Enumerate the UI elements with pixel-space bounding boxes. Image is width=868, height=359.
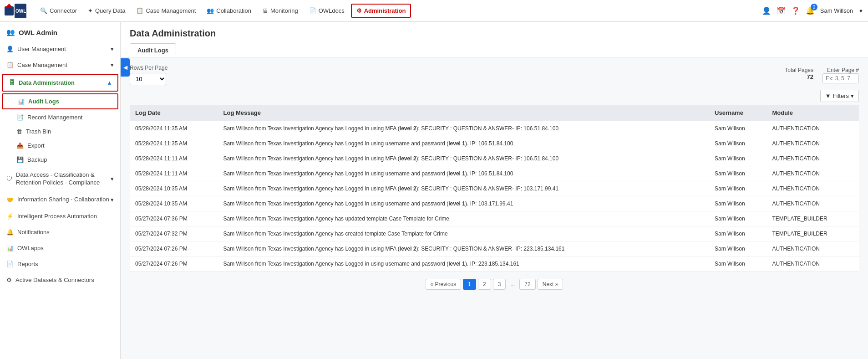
user-mgmt-icon: 👤 (6, 46, 14, 52)
data-admin-icon: 🗄 (9, 79, 15, 86)
sidebar-item-data-access[interactable]: 🛡 Data Access - Classification & Retenti… (0, 167, 120, 191)
nav-monitoring[interactable]: 🖥 Monitoring (258, 5, 303, 17)
sidebar-label-active-datasets: Active Datasets & Connectors (15, 277, 94, 283)
record-mgmt-icon: 📑 (16, 114, 24, 121)
sidebar-label-trash-bin: Trash Bin (26, 128, 51, 135)
col-username: Username (709, 105, 766, 121)
cell-log-date: 05/28/2024 10:35 AM (130, 196, 218, 211)
sidebar-item-user-management[interactable]: 👤 User Management ▾ (0, 41, 120, 57)
sidebar-subitem-backup[interactable]: 💾 Backup (0, 153, 120, 167)
sidebar-item-reports[interactable]: 📄 Reports (0, 256, 120, 272)
cell-log-date: 05/28/2024 11:11 AM (130, 151, 218, 166)
sidebar-label-backup: Backup (27, 156, 47, 163)
table-row: 05/27/2024 07:26 PM Sam Willson from Tex… (130, 256, 859, 272)
cell-module: AUTHENTICATION (767, 136, 859, 151)
audit-logs-table: Log Date Log Message Username Module 05/… (130, 105, 859, 272)
sidebar-item-data-administration[interactable]: 🗄 Data Administration ▴ (2, 74, 118, 92)
datasets-icon: ⚙ (6, 277, 12, 283)
sidebar-label-intelligent-process: Intelligent Process Automation (17, 213, 97, 220)
help-icon[interactable]: ❓ (791, 6, 800, 15)
col-log-message: Log Message (218, 105, 709, 121)
pagination: « Previous 1 2 3 ... 72 Next » (130, 279, 859, 297)
case-mgmt-icon: 📋 (6, 62, 14, 68)
notification-icon[interactable]: 🔔 0 (806, 6, 815, 15)
nav-administration[interactable]: ⚙ Administration (351, 4, 411, 18)
nav-query-data[interactable]: ✦ Query Data (83, 5, 130, 17)
nav-connector[interactable]: 🔍 Connector (36, 5, 81, 17)
sidebar-label-data-access: Data Access - Classification & Retention… (16, 171, 111, 187)
chevron-down-icon-2: ▾ (111, 62, 114, 68)
sidebar-subitem-record-management[interactable]: 📑 Record Management (0, 110, 120, 124)
sidebar-label-reports: Reports (17, 261, 38, 267)
page-3-button[interactable]: 3 (493, 279, 506, 290)
next-page-button[interactable]: Next » (538, 279, 563, 290)
sidebar-item-case-management[interactable]: 📋 Case Management ▾ (0, 57, 120, 73)
sidebar-item-active-datasets[interactable]: ⚙ Active Datasets & Connectors (0, 272, 120, 288)
chevron-down-icon-4: ▾ (111, 196, 114, 203)
page-2-button[interactable]: 2 (478, 279, 491, 290)
sidebar-label-notifications: Notifications (17, 229, 50, 236)
sidebar-collapse-button[interactable]: ◀ (121, 58, 130, 77)
sidebar-label-export: Export (27, 142, 45, 149)
nav-case-management[interactable]: 📋 Case Management (132, 5, 200, 17)
cell-username: Sam Willson (709, 136, 766, 151)
cell-log-date: 05/27/2024 07:36 PM (130, 211, 218, 226)
bell-icon: 🔔 (6, 229, 14, 236)
sidebar-label-data-administration: Data Administration (19, 79, 75, 86)
sidebar-subitem-audit-logs[interactable]: 📊 Audit Logs (2, 93, 118, 109)
prev-page-button[interactable]: « Previous (426, 279, 462, 290)
rows-per-page-select[interactable]: 10 25 50 100 (130, 73, 166, 85)
cell-log-date: 05/28/2024 10:35 AM (130, 181, 218, 196)
tab-audit-logs[interactable]: Audit Logs (130, 43, 176, 57)
case-icon: 📋 (136, 7, 143, 14)
table-row: 05/28/2024 10:35 AM Sam Willson from Tex… (130, 196, 859, 211)
sidebar-item-notifications[interactable]: 🔔 Notifications (0, 224, 120, 240)
query-icon: ✦ (88, 7, 93, 14)
cell-log-message: Sam Willson from Texas Investigation Age… (218, 211, 709, 226)
sidebar-item-owlapps[interactable]: 📊 OWLapps (0, 240, 120, 256)
enter-page-input[interactable] (822, 73, 859, 83)
connector-icon: 🔍 (40, 7, 47, 14)
filter-icon: ▼ (825, 92, 831, 99)
content-area: Rows Per Page 10 25 50 100 Total Pages 7… (121, 57, 868, 304)
profile-icon[interactable]: 👤 (762, 6, 771, 15)
cell-module: AUTHENTICATION (767, 196, 859, 211)
calendar-icon[interactable]: 📅 (777, 6, 786, 15)
cell-log-message: Sam Willson from Texas Investigation Age… (218, 196, 709, 211)
rows-per-page-control: Rows Per Page 10 25 50 100 (130, 65, 168, 85)
page-title: Data Administration (130, 28, 859, 39)
main-header: Data Administration Audit Logs (121, 22, 868, 57)
sidebar-label-record-management: Record Management (27, 114, 82, 121)
sidebar-subitem-export[interactable]: 📤 Export (0, 138, 120, 153)
sidebar-title: OWL Admin (19, 29, 57, 36)
nav-collaboration[interactable]: 👥 Collaboration (202, 5, 256, 17)
sidebar-subitem-trash-bin[interactable]: 🗑 Trash Bin (0, 124, 120, 138)
admin-avatar-icon: 👥 (6, 28, 15, 36)
cell-module: AUTHENTICATION (767, 121, 859, 136)
filters-row: ▼ Filters ▾ (130, 90, 859, 102)
cell-log-message: Sam Willson from Texas Investigation Age… (218, 181, 709, 196)
cell-log-message: Sam Willson from Texas Investigation Age… (218, 136, 709, 151)
sidebar-label-info-sharing: Information Sharing - Collaboration (17, 196, 109, 204)
nav-owldocs[interactable]: 📄 OWLdocs (305, 5, 349, 17)
enter-page-label: Enter Page # (822, 67, 859, 73)
controls-row: Rows Per Page 10 25 50 100 Total Pages 7… (130, 65, 859, 85)
sidebar-item-info-sharing[interactable]: 🤝 Information Sharing - Collaboration ▾ (0, 191, 120, 208)
total-pages-value: 72 (785, 73, 813, 80)
table-row: 05/27/2024 07:32 PM Sam Willson from Tex… (130, 226, 859, 241)
page-72-button[interactable]: 72 (519, 279, 535, 290)
app-logo[interactable]: OWL (5, 3, 26, 19)
user-dropdown-icon[interactable]: ▼ (858, 8, 863, 14)
filters-button[interactable]: ▼ Filters ▾ (820, 90, 859, 102)
cell-log-date: 05/28/2024 11:35 AM (130, 121, 218, 136)
user-name[interactable]: Sam Willson (820, 7, 853, 14)
total-pages-label: Total Pages (785, 67, 813, 73)
top-navigation: OWL 🔍 Connector ✦ Query Data 📋 Case Mana… (0, 0, 868, 22)
cell-module: AUTHENTICATION (767, 256, 859, 272)
sharing-icon: 🤝 (6, 196, 14, 203)
sidebar-header: 👥 OWL Admin (0, 22, 120, 41)
chevron-down-icon: ▾ (111, 46, 114, 52)
page-1-button[interactable]: 1 (463, 279, 476, 290)
sidebar-item-intelligent-process[interactable]: ⚡ Intelligent Process Automation (0, 208, 120, 224)
apps-icon: 📊 (6, 245, 14, 251)
